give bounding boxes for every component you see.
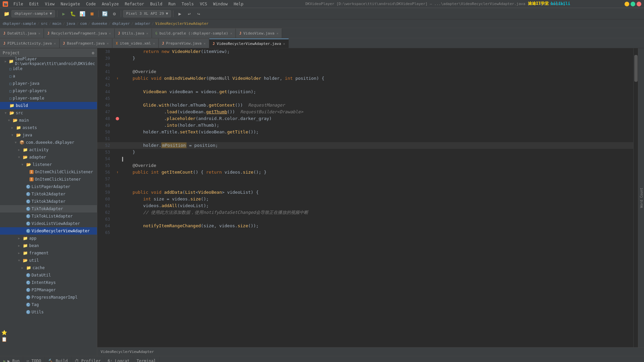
- sidebar-item-listpager[interactable]: C ListPagerAdapter: [0, 183, 97, 190]
- sidebar-item-build[interactable]: 📁 build: [0, 102, 97, 109]
- profiler-bottom-btn[interactable]: ⏱ Profiler: [71, 356, 104, 362]
- tab-close-datautil[interactable]: ✕: [38, 32, 40, 35]
- tab-piplist[interactable]: J PIPListActivity.java ✕: [0, 39, 60, 48]
- breadcrumb-adapter[interactable]: adapter: [135, 21, 150, 26]
- todo-bottom-btn[interactable]: ☑ TODO: [23, 356, 45, 362]
- tab-videorecyclerview[interactable]: J VideoRecyclerViewAdapter.java ✕: [209, 39, 289, 48]
- run-button[interactable]: ▶: [59, 9, 68, 18]
- tab-close-videoview[interactable]: ✕: [276, 32, 278, 35]
- sidebar-item-main[interactable]: ▼ 📂 main: [0, 117, 97, 124]
- tab-close-utils[interactable]: ✕: [146, 32, 148, 35]
- word-count-label[interactable]: Word Count: [639, 186, 644, 210]
- sidebar-item-tiktok3[interactable]: C Tiktok3Adapter: [0, 198, 97, 205]
- sidebar-item-fragment[interactable]: ▶ 📁 fragment: [0, 249, 97, 257]
- menu-code[interactable]: Code: [84, 1, 99, 7]
- breadcrumb-dueeeke[interactable]: dueeeke: [92, 21, 107, 26]
- project-dropdown[interactable]: dkplayer-sample ▼: [11, 10, 55, 17]
- terminal-bottom-btn[interactable]: Terminal: [133, 356, 160, 362]
- structure-icon[interactable]: 📋: [1, 337, 7, 342]
- menu-navigate[interactable]: Navigate: [58, 1, 83, 7]
- sidebar-item-onitemclick[interactable]: I OnItemClickListener: [0, 176, 97, 183]
- menu-view[interactable]: View: [42, 1, 57, 7]
- sidebar-item-idle[interactable]: □ idle: [0, 65, 97, 72]
- tab-close-piplist[interactable]: ✕: [54, 42, 56, 45]
- sidebar-item-pipmanager[interactable]: C PIPManager: [0, 286, 97, 294]
- menu-edit[interactable]: Edit: [26, 1, 42, 7]
- menu-tools[interactable]: Tools: [179, 1, 197, 7]
- logcat-bottom-btn[interactable]: 6: Logcat: [104, 356, 133, 362]
- debug-button[interactable]: 🐛: [69, 9, 77, 18]
- sidebar-item-player-sample[interactable]: □ player-sample: [0, 95, 97, 102]
- sidebar-item-package[interactable]: ▼ 📦 com.dueeeke.dkplayer: [0, 139, 97, 146]
- sidebar-item-onitemchild[interactable]: I OnItemChildClickListener: [0, 168, 97, 176]
- sidebar-item-progressmanager[interactable]: C ProgressManagerImpl: [0, 294, 97, 301]
- sidebar-item-datautil[interactable]: C DataUtil: [0, 272, 97, 279]
- sync-button[interactable]: 🔄: [101, 9, 109, 18]
- device-dropdown[interactable]: Pixel 3 XL API 29 ▼: [123, 10, 171, 17]
- sidebar-item-a[interactable]: □ a: [0, 72, 97, 80]
- editor-scrollbar[interactable]: [633, 48, 638, 347]
- sidebar-item-utils[interactable]: C Utils: [0, 308, 97, 316]
- scroll-thumb[interactable]: [634, 55, 638, 82]
- breadcrumb-dkplayer[interactable]: dkplayer: [112, 21, 130, 26]
- run-bottom-btn[interactable]: ▶ ▶ Run: [0, 356, 23, 362]
- sidebar-item-bean[interactable]: ▶ 📁 bean: [0, 242, 97, 249]
- menu-run[interactable]: Run: [166, 1, 178, 7]
- favorites-icon[interactable]: ⭐: [1, 330, 7, 335]
- breadcrumb-project[interactable]: dkplayer-sample: [3, 21, 36, 26]
- breadcrumb-main[interactable]: main: [52, 21, 61, 26]
- tab-datautil[interactable]: J DataUtil.java ✕: [0, 28, 44, 38]
- tab-itemvideo[interactable]: X item_video.xml ✕: [112, 39, 159, 48]
- sidebar-item-tiktoklistadapter[interactable]: C TikTokListAdapter: [0, 213, 97, 220]
- close-button[interactable]: [637, 2, 641, 6]
- sidebar-item-src[interactable]: ▼ 📂 src: [0, 109, 97, 117]
- breadcrumb-src[interactable]: src: [41, 21, 48, 26]
- breadcrumb-java[interactable]: java: [66, 21, 75, 26]
- tab-close-recyclerview[interactable]: ✕: [109, 32, 111, 35]
- tab-prepareview[interactable]: J PrepareView.java ✕: [159, 39, 209, 48]
- sidebar-item-leoPlayer[interactable]: ▶ 📁 leoPlayer D:\workspace\ttit\android\…: [0, 58, 97, 65]
- maximize-button[interactable]: [631, 2, 635, 6]
- sidebar-item-videorecycler[interactable]: C VideoRecyclerViewAdapter: [0, 227, 97, 235]
- menu-vcs[interactable]: VCS: [197, 1, 210, 7]
- menu-analyze[interactable]: Analyze: [99, 1, 121, 7]
- sidebar-item-cache[interactable]: ▶ 📁 cache: [0, 264, 97, 272]
- tab-close-buildgradle[interactable]: ✕: [230, 32, 232, 35]
- menu-file[interactable]: File: [11, 1, 26, 7]
- tab-close-itemvideo[interactable]: ✕: [153, 42, 155, 45]
- sidebar-item-player-players[interactable]: □ player-players: [0, 87, 97, 95]
- tab-close-prepareview[interactable]: ✕: [204, 42, 206, 45]
- sidebar-settings-icon[interactable]: ⚙: [92, 51, 94, 55]
- tab-close-videorecyclerview[interactable]: ✕: [283, 42, 285, 46]
- redo-button[interactable]: ↪: [194, 9, 203, 18]
- sidebar-item-player-java[interactable]: □ player-java: [0, 80, 97, 87]
- sidebar-item-util[interactable]: ▼ 📂 util: [0, 257, 97, 264]
- tab-videoview[interactable]: J VideoView.java ✕: [236, 28, 282, 38]
- menu-build[interactable]: Build: [148, 1, 165, 7]
- tab-recyclerview[interactable]: J RecyclerViewFragment.java ✕: [44, 28, 115, 38]
- tab-close-basefragment[interactable]: ✕: [107, 42, 109, 45]
- sidebar-item-tiktok2[interactable]: C Tiktok2Adapter: [0, 190, 97, 198]
- sidebar-item-activity[interactable]: ▶ 📁 activity: [0, 146, 97, 154]
- menu-help[interactable]: Help: [231, 1, 246, 7]
- sidebar-item-app[interactable]: ▶ 📁 app: [0, 235, 97, 242]
- menu-refactor[interactable]: Refactor: [122, 1, 147, 7]
- breadcrumb-file[interactable]: VideoRecyclerViewAdapter: [155, 21, 209, 26]
- code-editor[interactable]: 38 return new VideoHolder(itemView); 39 …: [97, 48, 633, 347]
- minimize-button[interactable]: [625, 2, 629, 6]
- sidebar-item-videolistview[interactable]: C VideoListViewAdapter: [0, 220, 97, 227]
- sidebar-item-tiktoklist[interactable]: C TikTokAdapter: [0, 205, 97, 213]
- sidebar-item-java[interactable]: ▼ 📂 java: [0, 131, 97, 139]
- sidebar-item-adapter[interactable]: ▼ 📂 adapter: [0, 154, 97, 161]
- sidebar-item-tag[interactable]: C Tag: [0, 301, 97, 308]
- build-bottom-btn[interactable]: 🔨 Build: [45, 356, 71, 362]
- tab-utils[interactable]: J Utils.java ✕: [115, 28, 152, 38]
- sidebar-item-listener[interactable]: ▼ 📂 listener: [0, 161, 97, 168]
- menu-window[interactable]: Window: [210, 1, 230, 7]
- tab-basefragment[interactable]: J BaseFragment.java ✕: [60, 39, 113, 48]
- sidebar-item-assets[interactable]: ▶ 📁 assets: [0, 124, 97, 131]
- breadcrumb-com[interactable]: com: [80, 21, 87, 26]
- sidebar-item-intentkeys[interactable]: C IntentKeys: [0, 279, 97, 286]
- undo-button[interactable]: ↩: [185, 9, 194, 18]
- tab-buildgradle[interactable]: G build.gradle (:dkplayer-sample) ✕: [152, 28, 236, 38]
